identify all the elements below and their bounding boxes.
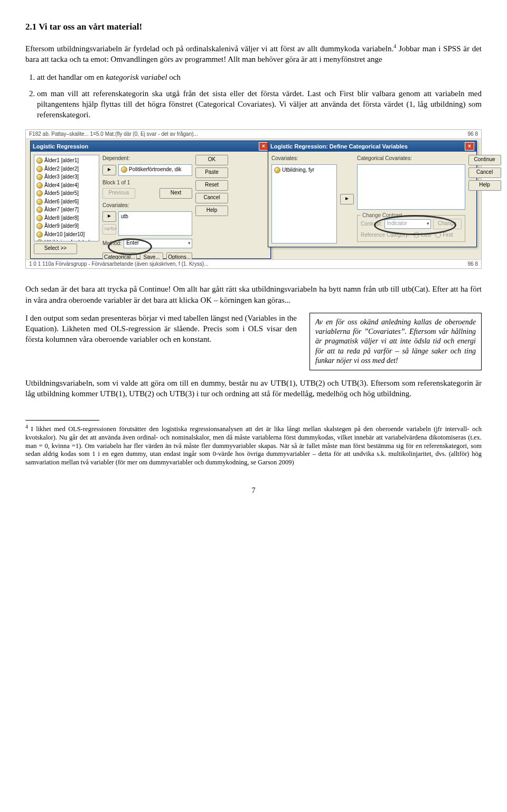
last-radio: Last <box>414 231 431 239</box>
arrow-button[interactable]: ▸ <box>340 194 354 204</box>
grid-header-row: F182 ab. Pattay–skalite... 1=5.0 Mat.(fl… <box>26 130 481 139</box>
help-button[interactable]: Help <box>468 180 501 191</box>
categorical-covariates-label: Categorical Covariates: <box>357 155 465 162</box>
first-radio: First <box>435 231 453 239</box>
body-paragraph: Utbildningsvariabeln, som vi valde att g… <box>25 378 482 399</box>
cancel-button[interactable]: Cancel <box>195 193 228 203</box>
covariates-label: Covariates: <box>271 155 337 162</box>
body-paragraph: Och sedan är det bara att trycka på Cont… <box>25 284 482 305</box>
dependent-label: Dependent: <box>102 155 192 162</box>
dialog-title: Logistic Regression: Define Categorical … <box>270 143 408 151</box>
block-label: Block 1 of 1 <box>102 179 192 186</box>
dependent-field[interactable]: Politikerförtroende, dik <box>118 164 192 176</box>
close-icon[interactable]: × <box>259 142 268 151</box>
contrast-select: Indicator <box>384 219 431 229</box>
list-item: att det handlar om en kategorisk variabe… <box>37 72 482 82</box>
method-select[interactable]: Enter <box>124 239 192 248</box>
body-paragraph: I den output som sedan presenteras börja… <box>25 313 297 345</box>
logistic-regression-dialog: Logistic Regression × Ålder1 [alder1] Ål… <box>30 141 271 259</box>
previous-button: Previous <box>102 188 135 199</box>
close-icon[interactable]: × <box>465 142 474 151</box>
interaction-button: >a*b> <box>102 224 116 235</box>
contrast-label: Contrast: <box>361 220 382 228</box>
section-heading: 2.1 Vi tar oss an vårt material! <box>25 21 482 33</box>
arrow-button[interactable]: ▸ <box>102 165 116 175</box>
categorical-covariates-list[interactable] <box>357 164 465 210</box>
numbered-list: att det handlar om en kategorisk variabe… <box>37 72 482 120</box>
footnote: 4 I likhet med OLS-regressionen förutsät… <box>25 424 482 466</box>
change-contrast-label: Change Contrast <box>361 212 404 219</box>
cancel-button[interactable]: Cancel <box>468 167 501 178</box>
dialog-titlebar: Logistic Regression: Define Categorical … <box>268 141 476 152</box>
ok-button[interactable]: OK <box>195 155 228 165</box>
page-number: 7 <box>25 486 482 496</box>
change-button: Change <box>433 219 462 229</box>
arrow-button[interactable]: ▸ <box>102 211 116 222</box>
reset-button[interactable]: Reset <box>195 180 228 191</box>
dialog-titlebar: Logistic Regression × <box>31 141 270 152</box>
next-button[interactable]: Next <box>159 188 192 199</box>
callout-box: Av en för oss okänd anledning kallas de … <box>309 313 482 370</box>
spss-screenshot: F182 ab. Pattay–skalite... 1=5.0 Mat.(fl… <box>25 129 482 269</box>
variable-list[interactable]: Ålder1 [alder1] Ålder2 [alder2] Ålder3 [… <box>34 155 99 241</box>
list-item: om man vill att referenskategorin ska ut… <box>37 88 482 120</box>
dialog-title: Logistic Regression <box>33 143 88 151</box>
reference-category-label: Reference Category: <box>361 231 409 239</box>
intro-paragraph: Eftersom utbildningsvariabeln är fyrdela… <box>25 43 482 65</box>
continue-button[interactable]: Continue <box>468 155 501 165</box>
select-button[interactable]: Select >> <box>34 244 77 254</box>
covariates-list[interactable]: Utbildning, fyr <box>271 164 337 244</box>
paste-button[interactable]: Paste <box>195 167 228 178</box>
define-categorical-dialog: Logistic Regression: Define Categorical … <box>268 141 477 247</box>
covariates-label: Covariates: <box>102 202 192 209</box>
covariates-field[interactable]: utb <box>118 211 192 236</box>
method-label: Method: <box>102 240 121 247</box>
help-button[interactable]: Help <box>195 206 228 216</box>
grid-footer-row: 1 0 1 110a Förvärsgrupp - Förvärsarbetan… <box>26 259 481 268</box>
footnote-separator <box>25 420 99 421</box>
